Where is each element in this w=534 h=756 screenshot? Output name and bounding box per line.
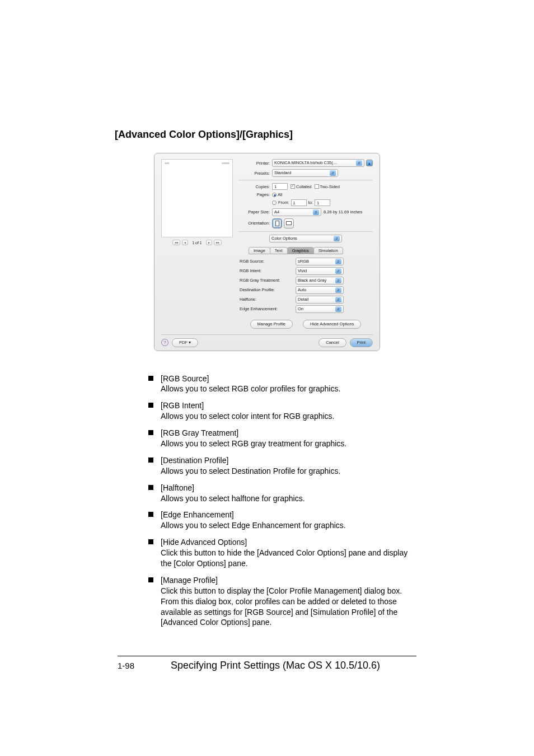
definition-item: [RGB Source]Allows you to select RGB col… (148, 374, 419, 395)
definition-item: [RGB Intent]Allows you to select color i… (148, 400, 419, 422)
definition-item: [Manage Profile]Click this button to dis… (148, 575, 419, 628)
collated-label: Collated (296, 184, 312, 189)
hide-advanced-button[interactable]: Hide Advanced Options (303, 320, 361, 329)
edge-enhance-value: On (298, 306, 303, 312)
select-arrow-icon: ⇵ (335, 306, 341, 312)
page-heading: [Advanced Color Options]/[Graphics] (115, 129, 419, 141)
collated-checkbox[interactable] (291, 184, 295, 189)
select-arrow-icon: ⇵ (313, 209, 319, 215)
pane-select[interactable]: Color Options⇵ (269, 235, 342, 242)
papersize-select[interactable]: A4⇵ (272, 208, 321, 216)
rgb-intent-select[interactable]: Vivid⇵ (296, 267, 344, 275)
rgb-gray-label: RGB Gray Treatment: (240, 278, 296, 283)
definition-term: [Manage Profile] (161, 575, 419, 586)
printer-select[interactable]: KONICA MINOLTA bizhub C35(…⇵ (272, 159, 364, 167)
presets-label: Presets: (238, 171, 272, 176)
orientation-portrait-button[interactable] (272, 218, 282, 228)
tab-image[interactable]: Image (249, 247, 270, 254)
to-label: to: (308, 200, 313, 205)
collapse-button[interactable]: ▴ (366, 160, 373, 166)
orientation-label: Orientation: (238, 221, 272, 226)
edge-enhance-label: Edge Enhancement: (240, 306, 296, 311)
preview-page (161, 159, 233, 237)
print-button[interactable]: Print (350, 338, 373, 347)
rgb-intent-label: RGB Intent: (240, 268, 296, 273)
from-input[interactable]: 1 (291, 199, 307, 206)
definition-term: [Edge Enhancement] (161, 510, 419, 520)
orientation-landscape-button[interactable] (284, 218, 294, 228)
papersize-value: A4 (274, 209, 279, 215)
definition-item: [Destination Profile]Allows you to selec… (148, 455, 419, 477)
cancel-button[interactable]: Cancel (318, 338, 346, 347)
edge-enhance-select[interactable]: On⇵ (296, 305, 344, 313)
select-arrow-icon: ⇵ (335, 259, 341, 264)
help-button[interactable]: ? (161, 339, 168, 346)
dest-profile-select[interactable]: Auto⇵ (296, 286, 344, 294)
printer-label: Printer: (238, 161, 272, 166)
nav-page-text: 1 of 1 (190, 241, 204, 245)
pdf-button[interactable]: PDF ▾ (172, 338, 198, 347)
definition-desc: Allows you to select RGB color profiles … (161, 384, 419, 394)
definition-term: [RGB Gray Treatment] (161, 428, 419, 438)
portrait-icon (275, 221, 279, 226)
rgb-intent-value: Vivid (298, 268, 307, 274)
select-arrow-icon: ⇵ (335, 297, 341, 302)
definition-desc: Allows you to select color intent for RG… (161, 411, 419, 422)
presets-value: Standard (274, 170, 291, 176)
definition-term: [Halftone] (161, 483, 419, 493)
pages-all-radio[interactable] (272, 193, 277, 197)
tabs: Image Text Graphics Simulation (249, 247, 373, 254)
nav-next-button[interactable]: ▸ (206, 240, 212, 245)
tab-simulation[interactable]: Simulation (313, 247, 343, 254)
tab-graphics[interactable]: Graphics (287, 247, 314, 254)
presets-select[interactable]: Standard⇵ (272, 169, 338, 177)
select-arrow-icon: ⇵ (330, 170, 336, 176)
nav-first-button[interactable]: ◂◂ (172, 240, 180, 245)
nav-prev-button[interactable]: ◂ (182, 240, 188, 245)
papersize-label: Paper Size: (238, 209, 272, 214)
rgb-source-select[interactable]: sRGB⇵ (296, 258, 344, 265)
dest-profile-value: Auto (298, 287, 306, 293)
definition-desc: Allows you to select RGB gray treatment … (161, 438, 419, 449)
copies-input[interactable]: 1 (272, 183, 288, 190)
twosided-checkbox[interactable] (315, 184, 319, 189)
select-arrow-icon: ⇵ (335, 287, 341, 293)
twosided-label: Two-Sided (320, 184, 340, 189)
preview-pane: ◂◂ ◂ 1 of 1 ▸ ▸▸ (161, 159, 233, 332)
halftone-label: Halftone: (240, 297, 296, 302)
definition-item: [RGB Gray Treatment]Allows you to select… (148, 428, 419, 449)
rgb-gray-select[interactable]: Black and Gray⇵ (296, 277, 344, 284)
definition-desc: Allows you to select Destination Profile… (161, 466, 419, 477)
select-arrow-icon: ⇵ (334, 236, 340, 241)
page-footer: 1-98 Specifying Print Settings (Mac OS X… (118, 656, 416, 671)
pages-label: Pages: (238, 192, 272, 197)
dest-profile-label: Destination Profile: (240, 287, 296, 292)
definition-item: [Halftone]Allows you to select halftone … (148, 483, 419, 504)
landscape-icon (286, 221, 292, 225)
definition-desc: Click this button to hide the [Advanced … (161, 548, 419, 569)
definition-desc: Click this button to display the [Color … (161, 586, 419, 628)
definition-term: [RGB Intent] (161, 400, 419, 411)
definition-item: [Edge Enhancement]Allows you to select E… (148, 510, 419, 531)
from-label: From: (278, 200, 289, 205)
pages-from-radio[interactable] (272, 200, 277, 205)
copies-label: Copies: (238, 184, 272, 189)
divider (238, 180, 373, 180)
page-number: 1-98 (118, 661, 134, 670)
definition-item: [Hide Advanced Options]Click this button… (148, 537, 419, 569)
halftone-select[interactable]: Detail⇵ (296, 296, 344, 304)
definition-desc: Allows you to select halftone for graphi… (161, 493, 419, 504)
definitions-list: [RGB Source]Allows you to select RGB col… (148, 374, 419, 628)
select-arrow-icon: ⇵ (335, 268, 341, 274)
definition-term: [Destination Profile] (161, 455, 419, 466)
tab-text[interactable]: Text (270, 247, 288, 254)
printer-value: KONICA MINOLTA bizhub C35(… (274, 160, 337, 166)
pane-value: Color Options (271, 236, 297, 241)
print-dialog: ◂◂ ◂ 1 of 1 ▸ ▸▸ Printer: KONICA MINOLTA… (154, 153, 380, 351)
manage-profile-button[interactable]: Manage Profile (250, 320, 293, 329)
pages-all-label: All (278, 192, 282, 197)
footer-title: Specifying Print Settings (Mac OS X 10.5… (134, 660, 416, 671)
nav-last-button[interactable]: ▸▸ (214, 240, 222, 245)
paper-dims: 8.26 by 11.69 inches (324, 209, 362, 214)
to-input[interactable]: 1 (315, 199, 330, 206)
